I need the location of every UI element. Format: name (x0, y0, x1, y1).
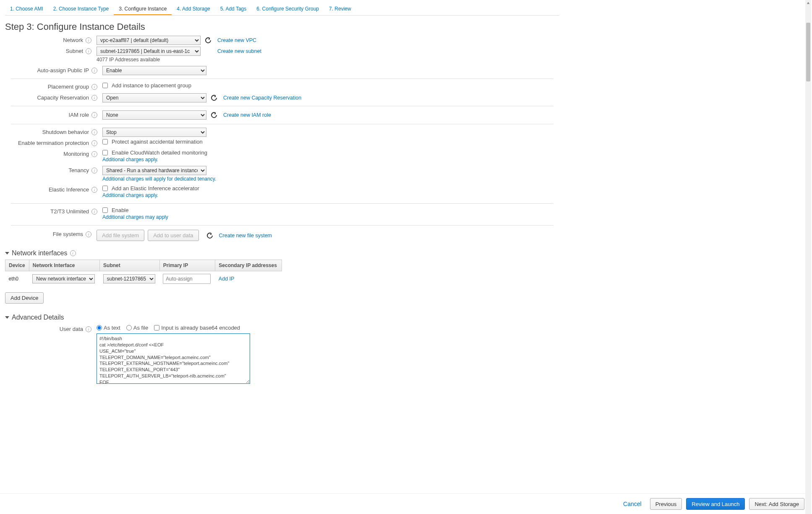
refresh-icon[interactable] (211, 94, 217, 101)
info-icon[interactable]: i (91, 151, 97, 157)
refresh-icon[interactable] (206, 232, 213, 239)
tab-configure-instance[interactable]: 3. Configure Instance (114, 3, 172, 15)
refresh-icon[interactable] (205, 37, 211, 44)
ni-header-subnet: Subnet (100, 260, 160, 271)
file-systems-label: File systems (5, 230, 86, 239)
auto-ip-label: Auto-assign Public IP (11, 66, 91, 75)
shutdown-behavior-label: Shutdown behavior (11, 128, 91, 137)
refresh-icon[interactable] (211, 112, 217, 118)
subnet-select[interactable]: subnet-12197865 | Default in us-east-1c (97, 47, 201, 56)
scrollbar[interactable] (805, 0, 811, 408)
termination-protection-label: Enable termination protection (11, 139, 91, 148)
user-data-textarea[interactable] (97, 333, 250, 384)
elastic-inference-checkbox[interactable] (102, 186, 108, 191)
info-icon[interactable]: i (91, 84, 97, 90)
ni-header-primary-ip: Primary IP (159, 260, 215, 271)
user-data-label: User data (5, 325, 86, 334)
info-icon[interactable]: i (91, 112, 97, 118)
monitoring-checkbox-label: Enable CloudWatch detailed monitoring (112, 149, 207, 156)
tab-choose-instance-type[interactable]: 2. Choose Instance Type (48, 3, 114, 15)
ni-interface-select[interactable]: New network interface (32, 274, 95, 283)
elastic-inference-checkbox-label: Add an Elastic Inference accelerator (112, 185, 199, 191)
tab-add-storage[interactable]: 4. Add Storage (172, 3, 215, 15)
scroll-up-arrow-icon[interactable] (805, 0, 811, 6)
info-icon[interactable]: i (86, 326, 91, 332)
tab-review[interactable]: 7. Review (324, 3, 356, 15)
add-to-user-data-button: Add to user data (148, 230, 198, 241)
capacity-reservation-label: Capacity Reservation (11, 93, 91, 102)
network-interfaces-table: Device Network Interface Subnet Primary … (5, 260, 282, 286)
advanced-details-expander[interactable]: Advanced Details (5, 309, 559, 324)
user-data-base64-checkbox[interactable]: Input is already base64 encoded (154, 325, 240, 331)
wizard-tabs: 1. Choose AMI 2. Choose Instance Type 3.… (5, 0, 559, 16)
advanced-details-title: Advanced Details (12, 314, 64, 321)
t2t3-label: T2/T3 Unlimited (11, 207, 91, 216)
iam-role-select[interactable]: None (102, 110, 206, 120)
placement-group-checkbox-label: Add instance to placement group (112, 82, 191, 89)
placement-group-label: Placement group (11, 82, 91, 92)
info-icon[interactable]: i (70, 250, 76, 256)
subnet-note: 4077 IP Addresses available (97, 56, 325, 64)
info-icon[interactable]: i (91, 209, 97, 215)
tab-choose-ami[interactable]: 1. Choose AMI (5, 3, 48, 15)
scrollbar-thumb[interactable] (806, 23, 810, 81)
info-icon[interactable]: i (91, 187, 97, 193)
ni-subnet-select[interactable]: subnet-12197865 (103, 274, 155, 283)
tenancy-label: Tenancy (11, 166, 91, 175)
add-device-button[interactable]: Add Device (5, 292, 44, 304)
tenancy-note[interactable]: Additional charges will apply for dedica… (102, 175, 216, 184)
info-icon[interactable]: i (91, 168, 97, 173)
create-iam-role-link[interactable]: Create new IAM role (223, 112, 271, 118)
network-interfaces-expander[interactable]: Network interfaces i (5, 245, 559, 260)
tenancy-select[interactable]: Shared - Run a shared hardware instance (102, 166, 206, 175)
capacity-reservation-select[interactable]: Open (102, 93, 206, 102)
shutdown-behavior-select[interactable]: Stop (102, 128, 206, 137)
info-icon[interactable]: i (86, 231, 91, 237)
elastic-inference-note[interactable]: Additional charges apply. (102, 191, 199, 200)
termination-protection-checkbox[interactable] (102, 139, 108, 144)
network-interfaces-title: Network interfaces (12, 249, 68, 257)
info-icon[interactable]: i (91, 95, 97, 101)
termination-protection-checkbox-label: Protect against accidental termination (112, 139, 203, 145)
monitoring-checkbox[interactable] (102, 150, 108, 155)
network-label: Network (5, 36, 86, 45)
info-icon[interactable]: i (86, 37, 91, 43)
monitoring-note[interactable]: Additional charges apply. (102, 156, 207, 164)
subnet-label: Subnet (5, 47, 86, 56)
auto-ip-select[interactable]: Enable (102, 66, 206, 75)
tab-add-tags[interactable]: 5. Add Tags (215, 3, 252, 15)
create-vpc-link[interactable]: Create new VPC (217, 37, 256, 43)
t2t3-checkbox-label: Enable (112, 207, 128, 213)
create-subnet-link[interactable]: Create new subnet (217, 48, 261, 54)
info-icon[interactable]: i (91, 129, 97, 135)
user-data-as-file-radio[interactable]: As file (126, 325, 148, 331)
iam-role-label: IAM role (11, 110, 91, 120)
t2t3-note[interactable]: Additional charges may apply (102, 213, 168, 222)
caret-down-icon (5, 316, 9, 319)
caret-down-icon (5, 252, 9, 254)
user-data-as-text-radio[interactable]: As text (97, 325, 120, 331)
ni-header-interface: Network Interface (29, 260, 99, 271)
create-file-system-link[interactable]: Create new file system (219, 233, 272, 239)
ni-header-secondary-ip: Secondary IP addresses (215, 260, 282, 271)
info-icon[interactable]: i (86, 48, 91, 54)
create-capacity-reservation-link[interactable]: Create new Capacity Reservation (223, 95, 301, 101)
t2t3-checkbox[interactable] (102, 207, 108, 213)
tab-security-group[interactable]: 6. Configure Security Group (251, 3, 324, 15)
table-row: eth0 New network interface subnet-121978… (5, 271, 282, 287)
ni-header-device: Device (5, 260, 29, 271)
elastic-inference-label: Elastic Inference (11, 185, 91, 194)
ni-primary-ip-input[interactable] (163, 274, 211, 284)
page-title: Step 3: Configure Instance Details (5, 21, 559, 32)
ni-device-cell: eth0 (5, 271, 29, 287)
info-icon[interactable]: i (91, 140, 97, 146)
placement-group-checkbox[interactable] (102, 83, 108, 88)
info-icon[interactable]: i (91, 68, 97, 73)
monitoring-label: Monitoring (11, 149, 91, 159)
add-file-system-button: Add file system (97, 230, 144, 241)
add-ip-link[interactable]: Add IP (219, 276, 235, 282)
network-select[interactable]: vpc-e2aaff87 | default (default) (97, 36, 201, 45)
